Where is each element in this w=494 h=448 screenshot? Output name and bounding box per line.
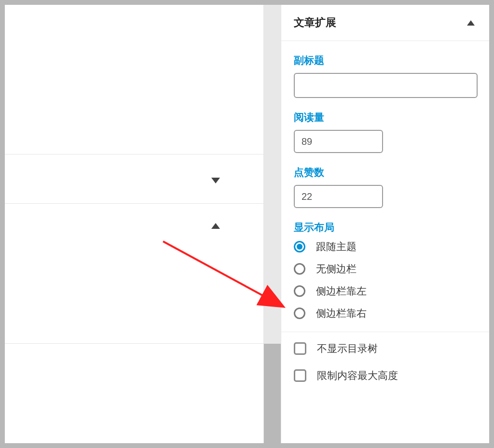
layout-field: 显示布局 跟随主题 无侧边栏 侧边栏靠左 [294, 221, 478, 320]
panel-header[interactable]: 文章扩展 [281, 5, 489, 41]
panel-title: 文章扩展 [294, 15, 336, 30]
radio-icon [294, 285, 305, 297]
likes-field: 点赞数 [294, 166, 478, 208]
chevron-up-icon [211, 223, 220, 229]
metabox-bottom [5, 344, 264, 443]
limit-height-checkbox[interactable]: 限制内容最大高度 [294, 369, 478, 382]
chevron-up-icon [467, 20, 475, 26]
checkbox-icon [294, 369, 306, 382]
checkbox-label: 不显示目录树 [317, 342, 378, 355]
views-input[interactable] [294, 130, 383, 153]
subtitle-label: 副标题 [294, 54, 478, 67]
views-field: 阅读量 [294, 111, 478, 153]
column-gap [264, 5, 281, 443]
metabox-collapsed[interactable] [5, 154, 264, 204]
hide-toc-checkbox[interactable]: 不显示目录树 [294, 342, 478, 355]
metabox-expanded[interactable] [5, 204, 264, 344]
likes-input[interactable] [294, 185, 383, 208]
radio-label: 无侧边栏 [316, 262, 357, 276]
likes-label: 点赞数 [294, 166, 478, 179]
checkbox-label: 限制内容最大高度 [317, 369, 398, 382]
layout-option-no-sidebar[interactable]: 无侧边栏 [294, 262, 478, 276]
divider [281, 332, 489, 332]
radio-label: 侧边栏靠右 [316, 307, 367, 320]
radio-label: 侧边栏靠左 [316, 284, 367, 298]
radio-icon [294, 241, 305, 252]
views-label: 阅读量 [294, 111, 478, 124]
radio-label: 跟随主题 [316, 240, 357, 253]
layout-option-follow-theme[interactable]: 跟随主题 [294, 240, 478, 253]
metabox-placeholder [5, 5, 264, 154]
layout-option-sidebar-right[interactable]: 侧边栏靠右 [294, 307, 478, 320]
subtitle-input[interactable] [294, 73, 478, 98]
subtitle-field: 副标题 [294, 54, 478, 98]
radio-icon [294, 308, 305, 319]
left-content-area [5, 5, 264, 443]
radio-icon [294, 263, 305, 275]
panel-body: 副标题 阅读量 点赞数 显示布局 跟随主题 [281, 41, 489, 391]
layout-radio-group: 跟随主题 无侧边栏 侧边栏靠左 侧边栏靠右 [294, 240, 478, 320]
checkbox-icon [294, 342, 306, 355]
article-extension-panel: 文章扩展 副标题 阅读量 点赞数 显示布局 跟随主题 [281, 5, 489, 443]
layout-option-sidebar-left[interactable]: 侧边栏靠左 [294, 284, 478, 298]
layout-label: 显示布局 [294, 221, 478, 234]
chevron-down-icon [211, 178, 220, 183]
